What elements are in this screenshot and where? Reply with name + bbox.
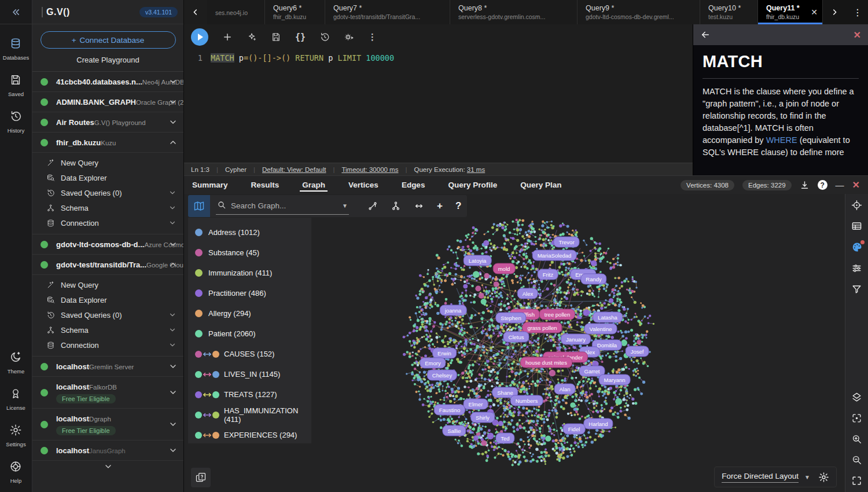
graph-node-label[interactable]: Latoyia — [464, 255, 492, 266]
legend-node-immunization[interactable]: Immunization (411) — [195, 263, 311, 283]
rail-item-theme[interactable]: Theme — [8, 351, 25, 374]
legend-node-allergy[interactable]: Allergy (294) — [195, 303, 311, 324]
graph-node-label[interactable]: Fritz — [538, 269, 558, 280]
graph-node-label[interactable]: Maryann — [599, 374, 631, 385]
menu-item-data-explorer[interactable]: Data Explorer — [32, 292, 183, 307]
results-tab-query-profile[interactable]: Query Profile — [448, 177, 497, 193]
query-tab-query9[interactable]: Query9 *gdotv-ltd-cosmos-db-dev.greml... — [578, 0, 700, 24]
graph-node-label[interactable]: Ted — [495, 433, 514, 444]
graph-node-label[interactable]: tree pollen — [539, 309, 575, 320]
expand-paths-icon[interactable] — [367, 201, 378, 211]
query-tab-clipped[interactable]: ses.neo4j.io — [207, 0, 265, 24]
legend-node-address[interactable]: Address (1012) — [195, 222, 311, 243]
chevron-up-icon[interactable] — [168, 138, 178, 147]
download-icon[interactable] — [800, 180, 810, 190]
rail-item-help[interactable]: Help — [9, 460, 22, 484]
status-item[interactable]: Query Execution: 31 ms — [414, 166, 485, 173]
zoom-in-icon[interactable] — [851, 434, 862, 445]
chevron-down-icon[interactable] — [168, 446, 178, 455]
menu-item-new-query[interactable]: New Query — [32, 155, 183, 170]
graph-node-label[interactable]: Chelsey — [427, 370, 457, 381]
table-view-icon[interactable] — [851, 221, 862, 232]
graph-node-label[interactable]: Josef — [626, 346, 649, 357]
database-row[interactable]: ADMIN.BANK_GRAPHOracle Graph (23ai) — [32, 92, 183, 112]
zoom-out-icon[interactable] — [851, 454, 862, 465]
chevron-down-icon[interactable] — [168, 362, 178, 371]
minimize-icon[interactable]: — — [836, 181, 844, 189]
results-tab-results[interactable]: Results — [251, 177, 279, 193]
query-tab-query7[interactable]: Query7 *gdotv-test/transitdb/TransitGra.… — [325, 0, 450, 24]
query-tab-query10[interactable]: Query10 *test.kuzu — [700, 0, 758, 24]
where-link[interactable]: WHERE — [766, 135, 797, 145]
layers-icon[interactable] — [851, 392, 862, 403]
legend-edge-lives_in[interactable]: LIVES_IN (1145) — [195, 364, 311, 384]
chevron-down-icon[interactable] — [168, 240, 178, 249]
menu-item-connection[interactable]: Connection — [32, 215, 183, 230]
query-editor[interactable]: {}⋮ 1 MATCH p=()-[]->() RETURN p LIMIT 1… — [184, 24, 693, 163]
legend-node-substance[interactable]: Substance (45) — [195, 243, 311, 263]
legend-edge-causes[interactable]: CAUSES (152) — [195, 344, 311, 364]
expand-edges-icon[interactable] — [414, 201, 424, 211]
code-area[interactable]: 1 MATCH p=()-[]->() RETURN p LIMIT 10000… — [184, 53, 693, 63]
database-row[interactable]: localhostGremlin Server — [32, 357, 183, 377]
graph-node-label[interactable]: Cletus — [503, 332, 529, 343]
legend-edge-experiences[interactable]: EXPERIENCES (294) — [195, 425, 311, 443]
menu-item-data-explorer[interactable]: Data Explorer — [32, 170, 183, 185]
layout-select[interactable]: Force Directed Layout ▼ — [722, 472, 810, 483]
graph-node-label[interactable]: Valentine — [584, 324, 617, 335]
graph-node-label[interactable]: house dust mites — [520, 357, 572, 368]
doc-close-icon[interactable]: ✕ — [854, 30, 861, 41]
chevron-down-icon[interactable] — [168, 97, 178, 107]
status-item[interactable]: Timeout: 30000 ms — [341, 166, 398, 173]
menu-item-saved-queries-0-[interactable]: Saved Queries (0) — [32, 307, 183, 322]
tab-scroll-right-button[interactable] — [823, 0, 846, 24]
results-help-icon[interactable]: ? — [818, 180, 827, 190]
graph-node-label[interactable]: Sallie — [442, 425, 466, 436]
graph-node-label[interactable]: Faustino — [434, 405, 465, 416]
rail-item-license[interactable]: License — [6, 387, 25, 411]
graph-node-label[interactable]: January — [561, 334, 591, 345]
query-tab-query6[interactable]: Query6 *fhir_db.kuzu — [265, 0, 325, 24]
database-row[interactable]: 41cbcb40.databases.n...Neo4j AuraDB — [32, 72, 183, 92]
database-row[interactable]: localhostDgraphFree Tier Eligible — [32, 409, 183, 440]
menu-item-schema[interactable]: Schema — [32, 322, 183, 337]
graph-node-label[interactable]: Numbers — [510, 395, 543, 406]
graph-node-label[interactable]: Fidel — [563, 424, 586, 435]
run-query-button[interactable] — [191, 28, 208, 46]
chevron-down-icon[interactable] — [168, 77, 178, 86]
filter-icon[interactable] — [851, 284, 862, 295]
search-caret-icon[interactable]: ▼ — [342, 203, 348, 209]
results-tab-summary[interactable]: Summary — [192, 177, 228, 193]
back-icon[interactable] — [700, 30, 711, 40]
results-tab-vertices[interactable]: Vertices — [348, 177, 378, 193]
menu-item-new-query[interactable]: New Query — [32, 277, 183, 292]
graph-node-label[interactable]: Alex — [517, 288, 538, 299]
format-braces-icon[interactable]: {} — [295, 32, 306, 42]
display-settings-icon[interactable] — [851, 263, 862, 274]
rail-item-history[interactable]: History — [3, 110, 29, 134]
results-tab-query-plan[interactable]: Query Plan — [520, 177, 561, 193]
rail-item-saved[interactable]: Saved — [3, 74, 29, 97]
legend-node-patient[interactable]: Patient (2060) — [195, 324, 311, 344]
graph-help-icon[interactable]: ? — [455, 200, 461, 212]
query-tab-query8[interactable]: Query8 *serverless-gdotv.gremlin.cosm... — [450, 0, 578, 24]
database-row[interactable]: localhostJanusGraph — [32, 440, 183, 461]
graph-node-label[interactable]: Alan — [554, 384, 575, 395]
graph-node-label[interactable]: MariaSoledad — [532, 250, 577, 261]
database-row[interactable]: fhir_db.kuzuKuzu — [32, 133, 183, 153]
tab-menu-kebab[interactable]: ⋮ — [847, 0, 868, 24]
database-row[interactable]: gdotv-test/transitdb/Tra...Google Cloud … — [32, 255, 183, 275]
legend-edge-treats[interactable]: TREATS (1227) — [195, 384, 311, 405]
save-query-icon[interactable] — [271, 32, 281, 42]
menu-item-schema[interactable]: Schema — [32, 200, 183, 215]
menu-item-saved-queries-0-[interactable]: Saved Queries (0) — [32, 185, 183, 200]
create-playground-link[interactable]: Create Playground — [32, 56, 183, 64]
center-focus-icon[interactable] — [851, 413, 862, 424]
chevron-down-icon[interactable] — [168, 118, 178, 127]
chevron-up-icon[interactable] — [168, 260, 178, 269]
locate-icon[interactable] — [851, 200, 862, 211]
rail-item-databases[interactable]: Databases — [3, 37, 29, 61]
database-row[interactable]: Air RoutesG.V() Playground — [32, 112, 183, 133]
fullscreen-icon[interactable] — [851, 475, 862, 486]
rail-item-settings[interactable]: Settings — [6, 424, 25, 447]
